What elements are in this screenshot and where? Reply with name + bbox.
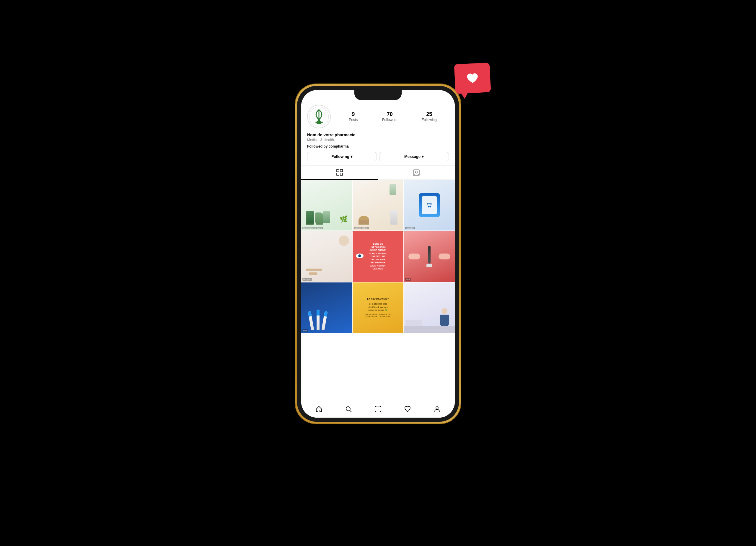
nav-home[interactable]: [312, 402, 325, 415]
heart-notification-badge: [454, 63, 491, 94]
followed-by-user[interactable]: compharma: [329, 144, 349, 149]
svg-point-3: [322, 122, 323, 123]
search-icon: [345, 405, 352, 413]
grid-post-7[interactable]: scoll: [301, 282, 352, 333]
nav-add[interactable]: [372, 402, 384, 415]
profile-nav-icon: [434, 405, 441, 413]
post-6-label: scoll: [405, 278, 411, 281]
post-8-text: LE SAVIEZ-VOUS ? Si la plaie fait plus d…: [355, 297, 401, 318]
home-icon: [315, 405, 322, 413]
stat-following[interactable]: 25 Following: [422, 111, 437, 122]
tab-person[interactable]: [378, 166, 455, 180]
profile-category: Medical & Health: [307, 138, 449, 142]
scene: 9 Posts 70 Followers 25 Following: [275, 66, 481, 480]
pharmacy-logo-icon: [309, 106, 329, 127]
posts-label: Posts: [349, 118, 358, 122]
grid-post-4[interactable]: laboptart: [301, 231, 352, 282]
grid-post-5[interactable]: LORS DEL'APPLICATIOND'UNE CRÈMESUR LE VI…: [353, 231, 403, 282]
svg-point-13: [359, 255, 359, 256]
post-2-label: adema_officiel: [354, 227, 369, 229]
profile-top: 9 Posts 70 Followers 25 Following: [307, 105, 449, 128]
bottom-nav: [301, 400, 455, 418]
stat-followers[interactable]: 70 Followers: [382, 111, 397, 122]
followed-by: Followed by compharma: [307, 144, 449, 149]
tab-grid[interactable]: [301, 166, 378, 180]
profile-name: Nom de votre pharmacie: [307, 133, 449, 137]
grid-post-3[interactable]: Phit◆◆ laboptart: [404, 180, 455, 231]
svg-point-9: [416, 171, 418, 173]
screen-content: 9 Posts 70 Followers 25 Following: [301, 100, 455, 418]
profile-header: 9 Posts 70 Followers 25 Following: [301, 100, 455, 161]
svg-point-19: [436, 407, 438, 409]
post-7-label: scoll: [302, 329, 308, 332]
avatar: [307, 105, 331, 128]
following-label: Following: [422, 118, 437, 122]
person-tag-icon: [413, 170, 420, 176]
phone-frame: 9 Posts 70 Followers 25 Following: [295, 84, 461, 423]
nav-search[interactable]: [342, 402, 355, 415]
add-icon: [374, 405, 382, 413]
grid-post-6[interactable]: scoll: [404, 231, 455, 282]
message-button[interactable]: Message ▾: [379, 152, 449, 161]
tab-bar: [301, 165, 455, 180]
svg-rect-6: [337, 173, 339, 175]
post-3-label: laboptart: [405, 227, 415, 229]
action-buttons: Following ▾ Message ▾: [307, 152, 449, 161]
post-1-label: laboratoiremarquerie: [302, 227, 323, 229]
eye-icon: [356, 253, 364, 259]
post-4-label: laboptart: [302, 278, 312, 281]
grid-post-1[interactable]: 🌿 laboratoiremarquerie: [301, 180, 352, 231]
phone-inner: 9 Posts 70 Followers 25 Following: [297, 86, 459, 422]
profile-stats: 9 Posts 70 Followers 25 Following: [337, 111, 449, 122]
following-count: 25: [426, 111, 432, 118]
heart-icon: [465, 70, 481, 87]
phone-screen: 9 Posts 70 Followers 25 Following: [301, 90, 455, 418]
grid-post-8[interactable]: LE SAVIEZ-VOUS ? Si la plaie fait plus d…: [353, 282, 403, 333]
svg-rect-5: [340, 170, 343, 172]
photo-grid: 🌿 laboratoiremarquerie adema_: [301, 180, 455, 333]
nav-activity[interactable]: [401, 402, 414, 415]
heart-nav-icon: [404, 405, 411, 413]
svg-line-15: [350, 410, 352, 412]
followers-count: 70: [387, 111, 393, 118]
svg-rect-8: [413, 170, 419, 176]
nav-profile[interactable]: [431, 402, 444, 415]
followers-label: Followers: [382, 118, 397, 122]
svg-rect-7: [340, 173, 343, 175]
following-button[interactable]: Following ▾: [307, 152, 377, 161]
grid-post-9[interactable]: [404, 282, 455, 333]
posts-count: 9: [352, 111, 355, 118]
notch: [354, 90, 402, 100]
svg-rect-4: [337, 170, 339, 172]
grid-icon: [336, 169, 343, 176]
grid-post-2[interactable]: adema_officiel: [353, 180, 403, 231]
stat-posts[interactable]: 9 Posts: [349, 111, 358, 122]
svg-point-2: [321, 122, 323, 123]
